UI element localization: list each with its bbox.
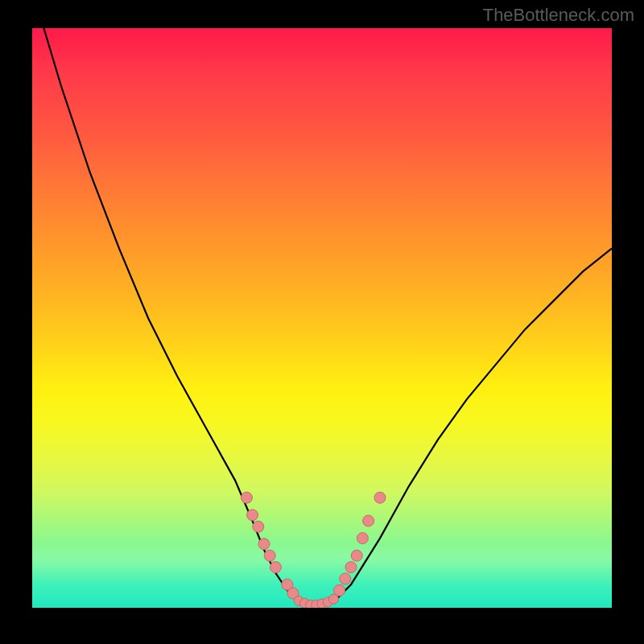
watermark-text: TheBottleneck.com — [483, 5, 634, 26]
chart-background — [32, 28, 612, 608]
